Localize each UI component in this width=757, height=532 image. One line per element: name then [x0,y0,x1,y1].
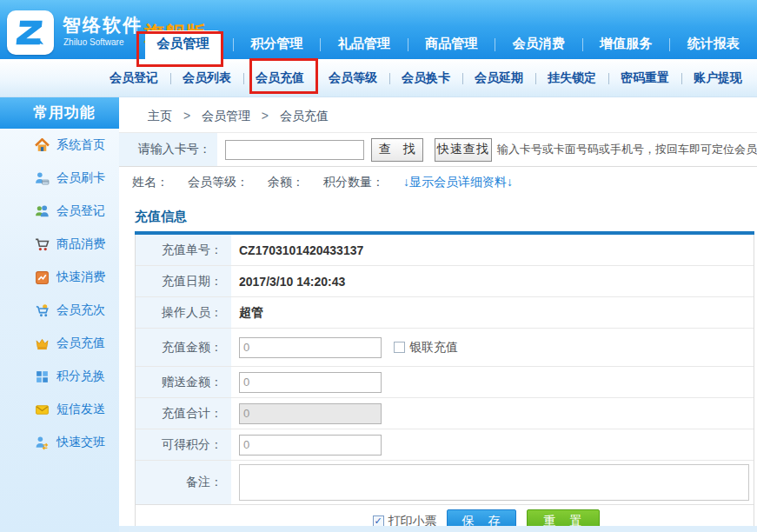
order-no-row: 充值单号： CZ1703101420433137 [136,235,754,265]
sub-nav-member-list[interactable]: 会员列表 [170,70,243,86]
sub-nav-member-register[interactable]: 会员登记 [97,70,170,86]
member-points-label: 积分数量： [323,175,384,190]
unionpay-checkbox[interactable] [394,342,405,353]
sidebar-item-recharge-times[interactable]: 会员充次 [0,294,119,327]
breadcrumb-separator: > [262,109,269,123]
recharge-times-icon [35,303,50,318]
sub-nav-member-level[interactable]: 会员等级 [316,70,389,86]
sidebar-item-points-exchange[interactable]: 积分兑换 [0,360,119,393]
card-search-row: 请输入卡号： 查 找 快速查找 输入卡号或卡面号码或手机号，按回车即可定位会员 [119,133,757,167]
sidebar-item-system-home[interactable]: 系统首页 [0,129,119,162]
breadcrumb-home[interactable]: 主页 [148,109,172,123]
top-nav-statistics[interactable]: 统计报表 [669,36,757,59]
app-header: 智络软件 Zhiluo Software 旗舰版 会员管理 积分管理 礼品管理 … [0,0,757,59]
recharge-amount-input[interactable] [239,337,382,358]
member-summary-row: 姓名： 会员等级： 余额： 积分数量： ↓显示会员详细资料↓ [119,167,757,198]
breadcrumb-separator: > [183,109,190,123]
card-number-label: 请输入卡号： [119,133,217,166]
card-number-input[interactable] [225,140,364,160]
members-icon [35,204,50,219]
sub-nav-account-withdraw[interactable]: 账户提现 [681,70,754,86]
top-nav-product-management[interactable]: 商品管理 [408,36,495,59]
total-amount-input [239,403,382,424]
total-amount-label: 充值合计： [136,398,231,429]
order-no-label: 充值单号： [136,235,231,265]
sidebar-item-sms-send[interactable]: 短信发送 [0,393,119,426]
order-no-value: CZ1703101420433137 [239,243,363,257]
sidebar-item-member-recharge[interactable]: 会员充值 [0,327,119,360]
sub-nav-member-recharge[interactable]: 会员充值 [243,70,316,86]
sms-icon [35,402,50,417]
sub-nav-password-reset[interactable]: 密码重置 [608,70,681,86]
top-nav-value-added[interactable]: 增值服务 [582,36,670,59]
points-icon [35,369,50,384]
brand-subtitle: Zhiluo Software [63,37,123,47]
sub-nav-member-extend[interactable]: 会员延期 [462,70,535,86]
breadcrumb: 主页 > 会员管理 > 会员充值 [119,97,757,133]
earn-points-input[interactable] [239,435,382,456]
sub-nav: 会员登记 会员列表 会员充值 会员等级 会员换卡 会员延期 挂失锁定 密码重置 … [0,59,757,97]
bonus-amount-label: 赠送金额： [136,367,231,397]
cart-icon [35,237,50,252]
sidebar-item-member-swipe[interactable]: 会员刷卡 [0,162,119,195]
member-balance-label: 余额： [268,175,304,190]
recharge-section-title: 充值信息 [135,209,757,225]
bonus-amount-input[interactable] [239,372,382,393]
show-member-detail-link[interactable]: ↓显示会员详细资料↓ [403,175,513,190]
unionpay-label: 银联充值 [409,340,458,356]
recharge-form: 充值单号： CZ1703101420433137 充值日期： 2017/3/10… [135,235,754,532]
top-nav-gift-management[interactable]: 礼品管理 [320,36,408,59]
top-nav: 会员管理 积分管理 礼品管理 商品管理 会员消费 增值服务 统计报表 [145,31,757,59]
sidebar-item-quick-shift[interactable]: 快速交班 [0,426,119,459]
earn-points-row: 可得积分： [136,429,754,460]
quick-find-button[interactable]: 快速查找 [435,138,492,162]
top-nav-member-consume[interactable]: 会员消费 [495,36,582,59]
footer-strip [119,526,757,532]
member-recharge-page: 智络软件 Zhiluo Software 旗舰版 会员管理 积分管理 礼品管理 … [0,0,757,532]
bonus-amount-row: 赠送金额： [136,366,754,397]
quick-consume-icon [35,270,50,285]
find-button[interactable]: 查 找 [371,138,423,162]
sidebar-item-quick-consume[interactable]: 快速消费 [0,261,119,294]
recharge-date-label: 充值日期： [136,266,231,296]
operator-label: 操作人员： [136,297,231,328]
sidebar-item-product-consume[interactable]: 商品消费 [0,228,119,261]
operator-row: 操作人员： 超管 [136,296,754,328]
sub-nav-loss-lock[interactable]: 挂失锁定 [535,70,608,86]
remark-textarea[interactable] [239,464,749,501]
crown-icon [35,336,50,351]
main-content: 主页 > 会员管理 > 会员充值 请输入卡号： 查 找 快速查找 输入卡号或卡面… [119,97,757,532]
brand-name: 智络软件 [63,13,143,37]
earn-points-label: 可得积分： [136,429,231,460]
shift-icon [35,436,50,450]
sidebar: 常用功能 系统首页 会员刷卡 会员登记 商品消费 [0,97,119,532]
sidebar-title: 常用功能 [0,97,119,129]
recharge-amount-row: 充值金额： 银联充值 [136,328,754,366]
brand-divider [136,18,137,50]
recharge-amount-label: 充值金额： [136,329,231,366]
recharge-date-row: 充值日期： 2017/3/10 14:20:43 [136,265,754,296]
remark-row: 备注： [136,460,754,504]
recharge-date-value: 2017/3/10 14:20:43 [239,275,345,289]
top-nav-points-management[interactable]: 积分管理 [233,36,321,59]
member-name-label: 姓名： [132,175,169,190]
total-amount-row: 充值合计： [136,397,754,429]
swipe-card-icon [35,171,50,186]
top-nav-member-management[interactable]: 会员管理 [145,30,221,59]
member-level-label: 会员等级： [188,175,249,190]
breadcrumb-member-recharge: 会员充值 [280,109,329,123]
sidebar-item-member-register[interactable]: 会员登记 [0,195,119,228]
sub-nav-card-replace[interactable]: 会员换卡 [389,70,462,86]
remark-label: 备注： [136,461,231,504]
operator-value: 超管 [239,305,263,321]
home-icon [35,138,50,153]
search-hint: 输入卡号或卡面号码或手机号，按回车即可定位会员 [497,142,757,157]
zhiluo-logo-icon [7,10,54,55]
breadcrumb-member-management[interactable]: 会员管理 [202,109,250,123]
